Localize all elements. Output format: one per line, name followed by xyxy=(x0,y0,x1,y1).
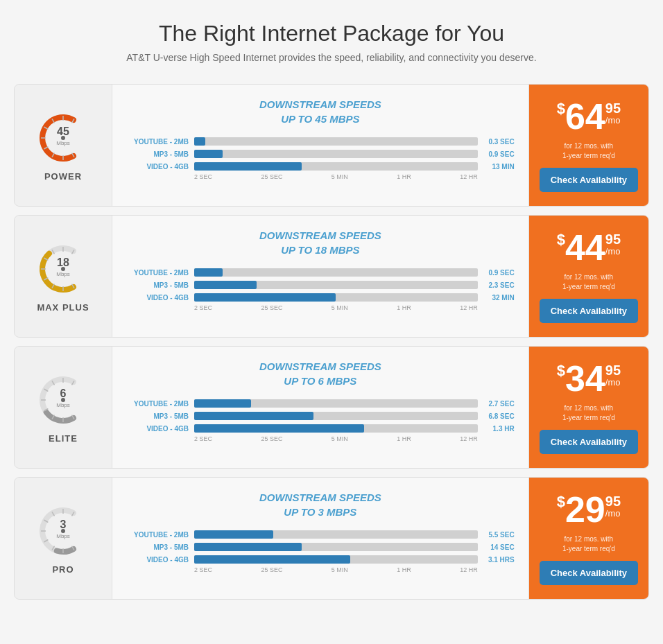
bar-fill-max-plus-2 xyxy=(194,293,336,302)
plan-right-elite: $3495/mofor 12 mos. with1-year term req'… xyxy=(529,347,648,468)
price-dollar-power: $ xyxy=(557,101,565,116)
bar-time-elite-2: 1.3 HR xyxy=(483,425,515,433)
speed-bars-max-plus: YOUTUBE - 2MB0.9 SECMP3 - 5MB2.3 SECVIDE… xyxy=(126,268,515,302)
bar-track-pro-1 xyxy=(194,543,478,551)
plan-left-power: 45 Mbps POWER xyxy=(15,85,112,206)
plan-card-elite: 6 Mbps ELITEDOWNSTREAM SPEEDSUP TO 6 Mbp… xyxy=(14,346,649,469)
plan-name-max-plus: MAX PLUS xyxy=(37,302,89,313)
bar-fill-pro-2 xyxy=(194,555,350,564)
bar-time-power-0: 0.3 SEC xyxy=(483,138,515,146)
bar-time-power-2: 13 MIN xyxy=(483,163,515,171)
bar-fill-power-0 xyxy=(194,137,205,146)
price-note-max-plus: for 12 mos. with1-year term req'd xyxy=(562,272,615,292)
price-display-pro: $2995/mo xyxy=(557,491,621,528)
bar-fill-pro-1 xyxy=(194,543,302,551)
bar-label-pro-2: VIDEO - 4GB xyxy=(126,556,189,564)
plans-container: 45 Mbps POWERDOWNSTREAM SPEEDSUP TO 45 M… xyxy=(14,84,649,600)
bar-row-pro-2: VIDEO - 4GB3.1 HRS xyxy=(126,555,515,564)
speed-bars-elite: YOUTUBE - 2MB2.7 SECMP3 - 5MB6.8 SECVIDE… xyxy=(126,399,515,433)
speed-gauge-max-plus: 18 Mbps xyxy=(35,240,91,295)
plan-card-power: 45 Mbps POWERDOWNSTREAM SPEEDSUP TO 45 M… xyxy=(14,84,649,207)
bar-label-elite-0: YOUTUBE - 2MB xyxy=(126,400,189,408)
price-mo-max-plus: /mo xyxy=(605,246,621,257)
price-cents-power: 95 xyxy=(605,101,621,115)
price-mo-power: /mo xyxy=(605,115,621,126)
bar-time-max-plus-2: 32 MIN xyxy=(483,294,515,302)
bar-label-elite-1: MP3 - 5MB xyxy=(126,412,189,420)
bar-time-pro-1: 14 SEC xyxy=(483,543,515,551)
bar-axis-power: 2 SEC25 SEC5 MIN1 HR12 HR xyxy=(194,173,478,180)
bar-track-elite-2 xyxy=(194,424,478,433)
check-availability-button-elite[interactable]: Check Availability xyxy=(540,430,638,454)
bar-track-elite-1 xyxy=(194,412,478,420)
bar-label-power-2: VIDEO - 4GB xyxy=(126,163,189,171)
bar-row-max-plus-2: VIDEO - 4GB32 MIN xyxy=(126,293,515,302)
bar-track-power-1 xyxy=(194,150,478,158)
bar-time-elite-0: 2.7 SEC xyxy=(483,400,515,408)
bar-time-power-1: 0.9 SEC xyxy=(483,150,515,158)
svg-point-47 xyxy=(61,529,65,533)
bar-fill-max-plus-0 xyxy=(194,268,223,277)
page-title: The Right Internet Package for You xyxy=(14,21,649,46)
plan-middle-power: DOWNSTREAM SPEEDSUP TO 45 MbpsYOUTUBE - … xyxy=(112,85,529,206)
bar-axis-elite: 2 SEC25 SEC5 MIN1 HR12 HR xyxy=(194,435,478,442)
price-dollar-max-plus: $ xyxy=(557,232,565,247)
bar-row-max-plus-0: YOUTUBE - 2MB0.9 SEC xyxy=(126,268,515,277)
bar-label-power-1: MP3 - 5MB xyxy=(126,150,189,158)
bar-fill-elite-1 xyxy=(194,412,313,420)
check-availability-button-pro[interactable]: Check Availability xyxy=(540,561,638,585)
bar-row-elite-0: YOUTUBE - 2MB2.7 SEC xyxy=(126,399,515,408)
bar-row-elite-1: MP3 - 5MB6.8 SEC xyxy=(126,412,515,420)
plan-right-pro: $2995/mofor 12 mos. with1-year term req'… xyxy=(529,478,648,599)
plan-card-pro: 3 Mbps PRODOWNSTREAM SPEEDSUP TO 3 MbpsY… xyxy=(14,477,649,600)
bar-row-power-2: VIDEO - 4GB13 MIN xyxy=(126,162,515,171)
bar-axis-max-plus: 2 SEC25 SEC5 MIN1 HR12 HR xyxy=(194,304,478,311)
speed-bars-pro: YOUTUBE - 2MB5.5 SECMP3 - 5MB14 SECVIDEO… xyxy=(126,530,515,564)
bar-fill-elite-2 xyxy=(194,424,364,433)
price-note-elite: for 12 mos. with1-year term req'd xyxy=(562,403,615,423)
page-subtitle: AT&T U-verse High Speed Internet provide… xyxy=(14,52,649,63)
bar-row-power-0: YOUTUBE - 2MB0.3 SEC xyxy=(126,137,515,146)
price-cents-block-power: 95/mo xyxy=(605,101,621,126)
speed-bars-power: YOUTUBE - 2MB0.3 SECMP3 - 5MB0.9 SECVIDE… xyxy=(126,137,515,171)
bar-track-power-0 xyxy=(194,137,478,146)
plan-middle-max-plus: DOWNSTREAM SPEEDSUP TO 18 MbpsYOUTUBE - … xyxy=(112,216,529,337)
plan-name-power: POWER xyxy=(44,171,82,182)
plan-card-max-plus: 18 Mbps MAX PLUSDOWNSTREAM SPEEDSUP TO 1… xyxy=(14,215,649,338)
price-main-power: 64 xyxy=(565,98,605,134)
svg-text:Mbps: Mbps xyxy=(56,402,70,408)
plan-right-max-plus: $4495/mofor 12 mos. with1-year term req'… xyxy=(529,216,648,337)
price-cents-elite: 95 xyxy=(605,363,621,377)
price-note-power: for 12 mos. with1-year term req'd xyxy=(562,141,615,161)
plan-speed-title-max-plus: DOWNSTREAM SPEEDSUP TO 18 Mbps xyxy=(126,228,515,257)
svg-text:Mbps: Mbps xyxy=(56,140,70,146)
page-header: The Right Internet Package for You AT&T … xyxy=(14,21,649,63)
price-display-max-plus: $4495/mo xyxy=(557,229,621,266)
bar-track-pro-0 xyxy=(194,530,478,539)
price-dollar-elite: $ xyxy=(557,363,565,378)
price-mo-pro: /mo xyxy=(605,508,621,519)
price-cents-pro: 95 xyxy=(605,494,621,508)
bar-row-elite-2: VIDEO - 4GB1.3 HR xyxy=(126,424,515,433)
svg-point-35 xyxy=(61,398,65,402)
price-mo-elite: /mo xyxy=(605,377,621,388)
price-cents-block-pro: 95/mo xyxy=(605,494,621,519)
check-availability-button-max-plus[interactable]: Check Availability xyxy=(540,299,638,323)
bar-track-power-2 xyxy=(194,162,478,171)
bar-label-power-0: YOUTUBE - 2MB xyxy=(126,138,189,146)
bar-label-pro-0: YOUTUBE - 2MB xyxy=(126,531,189,539)
price-display-elite: $3495/mo xyxy=(557,360,621,397)
bar-label-max-plus-1: MP3 - 5MB xyxy=(126,281,189,289)
check-availability-button-power[interactable]: Check Availability xyxy=(540,168,638,192)
plan-name-pro: PRO xyxy=(52,564,74,575)
price-cents-block-elite: 95/mo xyxy=(605,363,621,388)
bar-time-pro-0: 5.5 SEC xyxy=(483,531,515,539)
svg-point-23 xyxy=(61,267,65,271)
price-cents-max-plus: 95 xyxy=(605,232,621,246)
plan-left-pro: 3 Mbps PRO xyxy=(15,478,112,599)
plan-speed-title-elite: DOWNSTREAM SPEEDSUP TO 6 Mbps xyxy=(126,359,515,388)
plan-speed-title-power: DOWNSTREAM SPEEDSUP TO 45 Mbps xyxy=(126,97,515,126)
bar-fill-elite-0 xyxy=(194,399,251,408)
speed-gauge-elite: 6 Mbps xyxy=(35,371,91,426)
price-main-pro: 29 xyxy=(565,491,605,528)
